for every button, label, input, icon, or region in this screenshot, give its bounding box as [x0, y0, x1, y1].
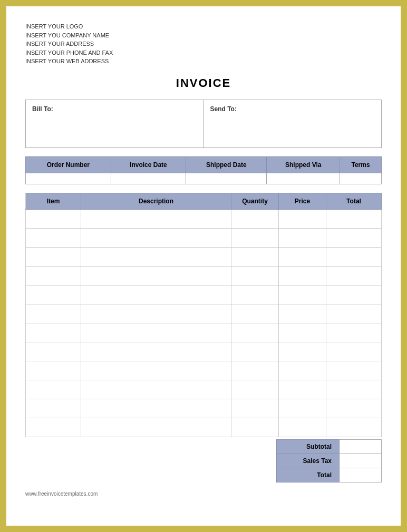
row-11-price[interactable]: [279, 418, 326, 437]
row-8-description[interactable]: [81, 361, 231, 380]
row-2-item[interactable]: [26, 247, 81, 266]
row-10-quantity[interactable]: [231, 399, 279, 418]
bill-send-section: Bill To: Send To:: [25, 100, 382, 148]
items-table: Item Description Quantity Price Total: [25, 193, 382, 437]
bill-to-section: Bill To:: [26, 100, 204, 147]
row-9-description[interactable]: [81, 380, 231, 399]
address-line: INSERT YOUR ADDRESS: [25, 40, 382, 48]
row-5-description[interactable]: [81, 304, 231, 323]
phone-fax-line: INSERT YOUR PHONE AND FAX: [25, 48, 382, 57]
table-row: [26, 209, 382, 228]
row-1-total[interactable]: [326, 228, 382, 247]
row-3-quantity[interactable]: [231, 266, 279, 285]
row-0-description[interactable]: [81, 209, 231, 228]
row-3-total[interactable]: [326, 266, 382, 285]
web-line: INSERT YOUR WEB ADDRESS: [25, 57, 382, 66]
invoice-page: INSERT YOUR LOGO INSERT YOU COMPANY NAME…: [6, 6, 401, 526]
subtotal-value[interactable]: [340, 439, 382, 454]
row-5-price[interactable]: [279, 304, 326, 323]
row-0-quantity[interactable]: [231, 209, 279, 228]
item-header: Item: [26, 193, 81, 209]
shipped-via-cell[interactable]: [267, 173, 340, 184]
row-6-quantity[interactable]: [231, 323, 279, 342]
table-row: [26, 228, 382, 247]
table-row: [26, 323, 382, 342]
row-7-price[interactable]: [279, 342, 326, 361]
row-5-item[interactable]: [26, 304, 81, 323]
row-0-price[interactable]: [279, 209, 326, 228]
row-3-item[interactable]: [26, 266, 81, 285]
row-7-total[interactable]: [326, 342, 382, 361]
row-6-total[interactable]: [326, 323, 382, 342]
row-8-quantity[interactable]: [231, 361, 279, 380]
order-number-cell[interactable]: [26, 173, 111, 184]
table-row: [26, 418, 382, 437]
invoice-date-header: Invoice Date: [111, 156, 186, 173]
company-name-line: INSERT YOU COMPANY NAME: [25, 31, 382, 40]
row-1-description[interactable]: [81, 228, 231, 247]
row-2-description[interactable]: [81, 247, 231, 266]
row-5-quantity[interactable]: [231, 304, 279, 323]
row-6-item[interactable]: [26, 323, 81, 342]
company-info: INSERT YOUR LOGO INSERT YOU COMPANY NAME…: [25, 22, 382, 66]
invoice-date-cell[interactable]: [111, 173, 186, 184]
row-1-item[interactable]: [26, 228, 81, 247]
row-10-description[interactable]: [81, 399, 231, 418]
row-2-price[interactable]: [279, 247, 326, 266]
row-0-item[interactable]: [26, 209, 81, 228]
row-10-price[interactable]: [279, 399, 326, 418]
row-10-item[interactable]: [26, 399, 81, 418]
table-row: [26, 361, 382, 380]
total-value[interactable]: [340, 468, 382, 482]
row-3-description[interactable]: [81, 266, 231, 285]
row-4-quantity[interactable]: [231, 285, 279, 304]
table-row: [26, 304, 382, 323]
row-7-description[interactable]: [81, 342, 231, 361]
row-3-price[interactable]: [279, 266, 326, 285]
shipped-date-header: Shipped Date: [186, 156, 267, 173]
row-4-total[interactable]: [326, 285, 382, 304]
table-row: [26, 342, 382, 361]
row-8-item[interactable]: [26, 361, 81, 380]
row-9-item[interactable]: [26, 380, 81, 399]
row-6-description[interactable]: [81, 323, 231, 342]
row-2-quantity[interactable]: [231, 247, 279, 266]
invoice-title: INVOICE: [25, 76, 382, 90]
row-4-price[interactable]: [279, 285, 326, 304]
order-number-header: Order Number: [26, 156, 111, 173]
table-row: [26, 380, 382, 399]
row-11-total[interactable]: [326, 418, 382, 437]
row-9-price[interactable]: [279, 380, 326, 399]
row-7-item[interactable]: [26, 342, 81, 361]
row-4-description[interactable]: [81, 285, 231, 304]
row-8-total[interactable]: [326, 361, 382, 380]
logo-line: INSERT YOUR LOGO: [25, 22, 382, 31]
row-9-quantity[interactable]: [231, 380, 279, 399]
row-10-total[interactable]: [326, 399, 382, 418]
bill-to-label: Bill To:: [32, 105, 197, 113]
shipped-via-header: Shipped Via: [267, 156, 340, 173]
order-table: Order Number Invoice Date Shipped Date S…: [25, 156, 382, 184]
shipped-date-cell[interactable]: [186, 173, 267, 184]
row-8-price[interactable]: [279, 361, 326, 380]
row-7-quantity[interactable]: [231, 342, 279, 361]
row-9-total[interactable]: [326, 380, 382, 399]
row-4-item[interactable]: [26, 285, 81, 304]
row-6-price[interactable]: [279, 323, 326, 342]
table-row: [26, 266, 382, 285]
row-2-total[interactable]: [326, 247, 382, 266]
send-to-section: Send To:: [204, 100, 382, 147]
table-row: [26, 399, 382, 418]
terms-cell[interactable]: [340, 173, 382, 184]
sales-tax-value[interactable]: [340, 454, 382, 468]
row-11-description[interactable]: [81, 418, 231, 437]
row-11-item[interactable]: [26, 418, 81, 437]
subtotal-label: Subtotal: [277, 439, 340, 454]
row-5-total[interactable]: [326, 304, 382, 323]
row-1-price[interactable]: [279, 228, 326, 247]
row-11-quantity[interactable]: [231, 418, 279, 437]
send-to-label: Send To:: [210, 105, 375, 113]
total-label: Total: [277, 468, 340, 482]
row-1-quantity[interactable]: [231, 228, 279, 247]
row-0-total[interactable]: [326, 209, 382, 228]
